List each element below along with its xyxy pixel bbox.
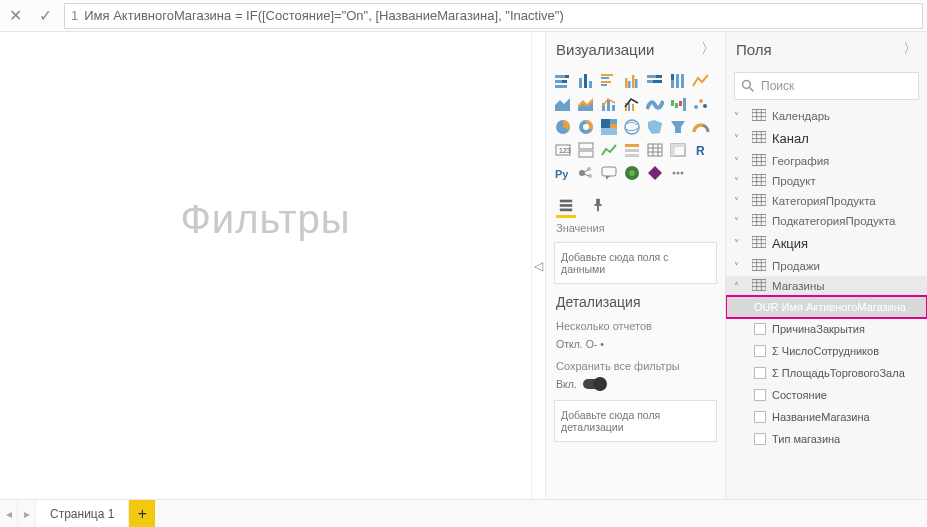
table-row[interactable]: ˅География: [726, 151, 927, 171]
viz-line-icon[interactable]: [690, 70, 712, 92]
viz-table-icon[interactable]: [644, 139, 666, 161]
keep-filters-toggle[interactable]: [583, 379, 605, 389]
formula-text: Имя АктивногоМагазина = IF([Состояние]="…: [84, 8, 563, 23]
cross-report-label: Несколько отчетов: [546, 316, 725, 332]
viz-combo1-icon[interactable]: [598, 93, 620, 115]
viz-gauge-icon[interactable]: [690, 116, 712, 138]
viz-arcgis-icon[interactable]: [621, 162, 643, 184]
viz-100stacked-column-icon[interactable]: [667, 70, 689, 92]
table-name: КатегорияПродукта: [772, 195, 876, 207]
viz-tab-fields[interactable]: [556, 194, 576, 218]
svg-rect-79: [560, 199, 572, 202]
table-icon: [752, 279, 766, 293]
svg-rect-107: [752, 195, 766, 206]
svg-marker-48: [671, 121, 685, 133]
viz-python-icon[interactable]: Py: [552, 162, 574, 184]
viz-powerapps-icon[interactable]: [644, 162, 666, 184]
viz-combo2-icon[interactable]: [621, 93, 643, 115]
viz-waterfall-icon[interactable]: [667, 93, 689, 115]
viz-slicer-icon[interactable]: [621, 139, 643, 161]
formula-bar[interactable]: 1 Имя АктивногоМагазина = IF([Состояние]…: [64, 3, 923, 29]
values-field-well[interactable]: Добавьте сюда поля с данными: [554, 242, 717, 284]
table-row[interactable]: ˅ПодкатегорияПродукта: [726, 211, 927, 231]
tab-nav-next[interactable]: ▸: [18, 500, 36, 527]
svg-rect-32: [632, 104, 634, 111]
table-row[interactable]: ˅Продажи: [726, 256, 927, 276]
table-name: Продукт: [772, 175, 816, 187]
viz-stacked-column-icon[interactable]: [575, 70, 597, 92]
fields-pane-collapse-icon[interactable]: 〉: [903, 40, 917, 58]
filters-pane-collapse[interactable]: ◁: [531, 32, 545, 499]
table-icon: [752, 194, 766, 208]
tables-list: ˅Календарь˅Канал˅География˅Продукт˅Катег…: [726, 106, 927, 450]
table-name: ПодкатегорияПродукта: [772, 215, 895, 227]
field-item[interactable]: Тип магазина: [726, 428, 927, 450]
field-checkbox[interactable]: [754, 345, 766, 357]
viz-custom-import-icon[interactable]: [667, 162, 689, 184]
viz-stacked-bar-icon[interactable]: [552, 70, 574, 92]
viz-funnel-icon[interactable]: [667, 116, 689, 138]
svg-point-85: [743, 81, 751, 89]
viz-qa-icon[interactable]: [598, 162, 620, 184]
table-row[interactable]: ˅КатегорияПродукта: [726, 191, 927, 211]
field-item[interactable]: ПричинаЗакрытия: [726, 318, 927, 340]
accept-formula-button[interactable]: ✓: [30, 1, 60, 31]
field-item-selected[interactable]: OUR Имя АктивногоМагазина: [726, 296, 927, 318]
report-canvas[interactable]: Фильтры: [0, 32, 531, 499]
svg-rect-92: [752, 132, 766, 143]
field-item[interactable]: Σ ПлощадьТорговогоЗала: [726, 362, 927, 384]
field-checkbox[interactable]: [754, 323, 766, 335]
cancel-formula-button[interactable]: ✕: [0, 1, 30, 31]
field-item[interactable]: НазваниеМагазина: [726, 406, 927, 428]
viz-key-influencers-icon[interactable]: [575, 162, 597, 184]
viz-scatter-icon[interactable]: [690, 93, 712, 115]
chevron-down-icon: ˅: [734, 176, 746, 187]
table-row[interactable]: ˅Продукт: [726, 171, 927, 191]
field-checkbox[interactable]: [754, 389, 766, 401]
svg-rect-63: [671, 144, 685, 147]
viz-stacked-area-icon[interactable]: [575, 93, 597, 115]
viz-multirow-card-icon[interactable]: [575, 139, 597, 161]
viz-map-icon[interactable]: [621, 116, 643, 138]
field-item[interactable]: Σ ЧислоСотрудников: [726, 340, 927, 362]
svg-rect-87: [752, 110, 766, 121]
svg-point-66: [579, 170, 585, 176]
viz-ribbon-icon[interactable]: [644, 93, 666, 115]
viz-filled-map-icon[interactable]: [644, 116, 666, 138]
table-row[interactable]: ˅Календарь: [726, 106, 927, 126]
viz-pane-collapse-icon[interactable]: 〉: [701, 40, 715, 58]
page-tab-1[interactable]: Страница 1: [36, 500, 129, 527]
svg-rect-10: [601, 81, 611, 83]
table-row[interactable]: ˄Магазины: [726, 276, 927, 296]
field-checkbox[interactable]: [754, 411, 766, 423]
cross-report-state: Откл. О- •: [556, 338, 604, 350]
svg-rect-11: [601, 84, 607, 86]
drillthrough-field-well[interactable]: Добавьте сюда поля детализации: [554, 400, 717, 442]
viz-matrix-icon[interactable]: [667, 139, 689, 161]
viz-donut-icon[interactable]: [575, 116, 597, 138]
field-checkbox[interactable]: [754, 367, 766, 379]
viz-kpi-icon[interactable]: [598, 139, 620, 161]
field-checkbox[interactable]: [754, 433, 766, 445]
fields-search-input[interactable]: Поиск: [734, 72, 919, 100]
table-name: География: [772, 155, 829, 167]
viz-clustered-bar-icon[interactable]: [598, 70, 620, 92]
table-row[interactable]: ˅Акция: [726, 231, 927, 256]
svg-rect-84: [597, 205, 599, 210]
add-page-button[interactable]: +: [129, 500, 155, 527]
viz-r-icon[interactable]: R: [690, 139, 712, 161]
svg-rect-56: [648, 144, 662, 156]
viz-100stacked-bar-icon[interactable]: [644, 70, 666, 92]
table-row[interactable]: ˅Канал: [726, 126, 927, 151]
tab-nav-prev[interactable]: ◂: [0, 500, 18, 527]
svg-rect-44: [610, 119, 617, 124]
viz-treemap-icon[interactable]: [598, 116, 620, 138]
viz-pie-icon[interactable]: [552, 116, 574, 138]
chevron-down-icon: ˅: [734, 216, 746, 227]
viz-tab-format[interactable]: [588, 194, 608, 218]
svg-rect-46: [601, 128, 617, 135]
viz-area-icon[interactable]: [552, 93, 574, 115]
field-item[interactable]: Состояние: [726, 384, 927, 406]
viz-clustered-column-icon[interactable]: [621, 70, 643, 92]
viz-card-icon[interactable]: 123: [552, 139, 574, 161]
